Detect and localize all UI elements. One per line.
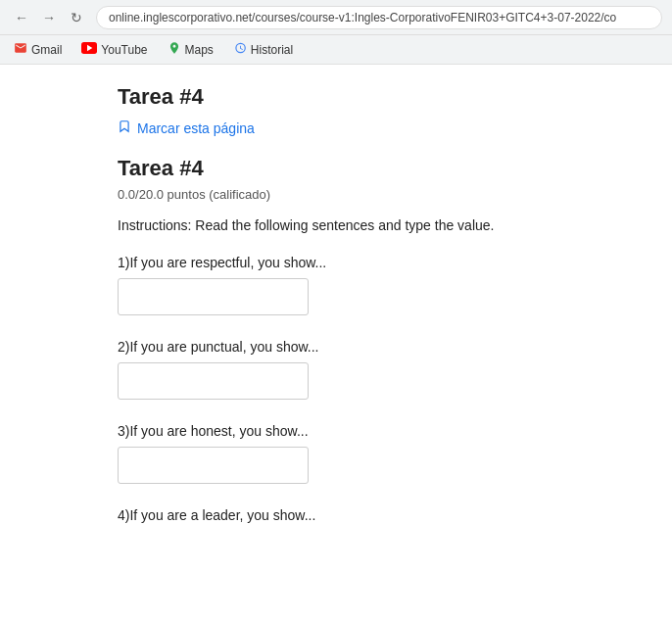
question-block-3: 3)If you are honest, you show... <box>118 423 594 484</box>
task-title: Tarea #4 <box>118 156 594 181</box>
historial-label: Historial <box>251 43 293 57</box>
page-content: Tarea #4 Marcar esta página Tarea #4 0.0… <box>0 65 672 620</box>
browser-bar: ← → ↻ online.inglescorporativo.net/cours… <box>0 0 672 35</box>
gmail-label: Gmail <box>31 43 62 57</box>
answer-input-1[interactable] <box>118 278 309 315</box>
page-header-title: Tarea #4 <box>118 84 594 110</box>
bookmark-page-label: Marcar esta página <box>137 120 255 136</box>
instructions-text: Instructions: Read the following sentenc… <box>118 217 594 233</box>
address-bar[interactable]: online.inglescorporativo.net/courses/cou… <box>96 6 662 29</box>
question-text-2: 2)If you are punctual, you show... <box>118 339 594 355</box>
bookmark-historial[interactable]: Historial <box>229 39 297 60</box>
maps-icon <box>168 41 181 58</box>
question-text-1: 1)If you are respectful, you show... <box>118 255 594 270</box>
task-score: 0.0/20.0 puntos (calificado) <box>118 187 594 202</box>
question-block-1: 1)If you are respectful, you show... <box>118 255 594 315</box>
question-text-3: 3)If you are honest, you show... <box>118 423 594 439</box>
question-block-4: 4)If you are a leader, you show... <box>118 507 594 523</box>
history-icon <box>233 41 247 58</box>
bookmark-maps[interactable]: Maps <box>164 39 217 60</box>
bookmarks-bar: Gmail YouTube Maps Historial <box>0 35 672 65</box>
youtube-label: YouTube <box>101 43 147 57</box>
bookmark-youtube[interactable]: YouTube <box>77 40 151 59</box>
answer-input-3[interactable] <box>118 447 309 484</box>
forward-button[interactable]: → <box>37 6 61 29</box>
question-block-2: 2)If you are punctual, you show... <box>118 339 594 400</box>
bookmark-page-link[interactable]: Marcar esta página <box>118 119 594 136</box>
youtube-icon <box>81 42 97 57</box>
nav-buttons: ← → ↻ <box>10 6 88 29</box>
bookmark-gmail[interactable]: Gmail <box>10 39 66 60</box>
back-button[interactable]: ← <box>10 6 33 29</box>
answer-input-2[interactable] <box>118 362 309 400</box>
gmail-icon <box>14 41 27 58</box>
maps-label: Maps <box>185 43 214 57</box>
reload-button[interactable]: ↻ <box>65 6 88 29</box>
question-text-4: 4)If you are a leader, you show... <box>118 507 594 523</box>
bookmark-page-icon <box>118 119 131 136</box>
